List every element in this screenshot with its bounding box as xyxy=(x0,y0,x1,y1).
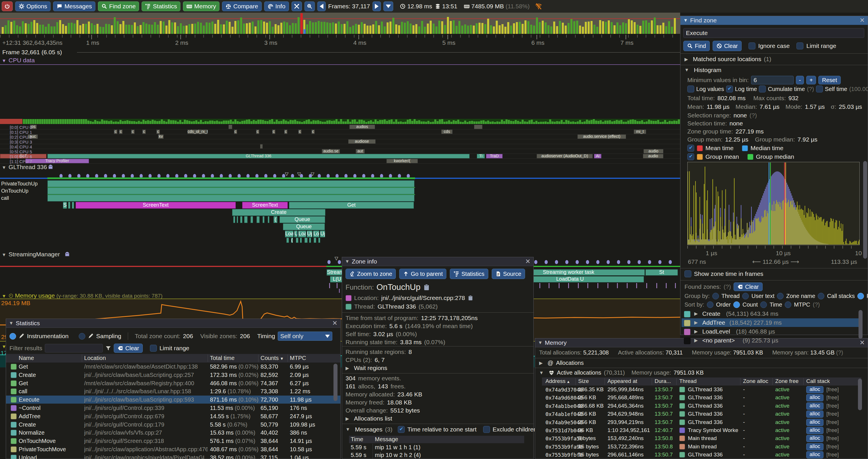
table-row[interactable]: 0x74a9d68040256 KB295,668,489ns13:50.7GL… xyxy=(542,394,861,402)
instrumentation-radio[interactable] xyxy=(9,333,16,339)
Sortby-radio-count[interactable] xyxy=(733,301,740,308)
table-row[interactable]: Get/mnt/e/claw/src/claw/base/AssetDict.h… xyxy=(6,363,340,370)
zone-bar[interactable]: cds xyxy=(441,129,453,134)
frame-bar[interactable] xyxy=(82,24,84,34)
zone-marker-icon[interactable]: ▽ xyxy=(335,256,338,261)
frame-bar[interactable] xyxy=(522,24,524,34)
frame-bar[interactable] xyxy=(209,23,211,34)
clipboard-icon[interactable] xyxy=(423,284,430,291)
Groupby-radio-parent[interactable] xyxy=(857,293,864,299)
frame-bar[interactable] xyxy=(306,24,308,34)
frame-bar[interactable] xyxy=(68,23,70,34)
zone-bar[interactable] xyxy=(268,216,270,223)
memory-table[interactable]: 0x74a9d37040186.35 KB295,999,844ns13:50.… xyxy=(542,386,861,459)
next-frame-button[interactable] xyxy=(373,1,381,11)
glthread-header[interactable]: ▼GLThread 336 xyxy=(2,164,47,170)
frame-bar[interactable] xyxy=(593,25,595,34)
filter-input[interactable] xyxy=(45,344,103,353)
find-button[interactable]: Find xyxy=(683,41,710,51)
message-dot[interactable] xyxy=(338,260,341,264)
frame-bar[interactable] xyxy=(117,21,119,34)
frame-bar[interactable] xyxy=(392,18,394,34)
zone-bar[interactable] xyxy=(233,216,235,223)
frame-bar[interactable] xyxy=(447,17,449,34)
frame-bar[interactable] xyxy=(424,27,426,34)
table-row[interactable]: Get/mnt/e/claw/src/claw/base/Registry.hp… xyxy=(6,379,340,387)
frame-bar[interactable] xyxy=(398,25,400,34)
message-row[interactable]: 5.59 smip 10 w 2 h 2 (4) xyxy=(349,452,524,459)
zone-bar[interactable]: audio.se xyxy=(322,149,340,154)
frame-bar[interactable] xyxy=(576,21,578,34)
frame-bar[interactable] xyxy=(341,24,343,34)
frame-bar[interactable] xyxy=(349,27,351,34)
messages-table[interactable]: TimeMessage5.59 smip 11 w 1 h 1 (1)5.59 … xyxy=(349,436,530,459)
column-header[interactable]: Total time xyxy=(210,355,235,361)
frame-bar[interactable] xyxy=(645,21,647,34)
find-zone-input[interactable] xyxy=(683,28,864,38)
frame-bar[interactable] xyxy=(134,22,136,34)
frame-bar[interactable] xyxy=(286,22,288,34)
zone-bar[interactable]: Strean xyxy=(327,269,343,275)
frame-bar[interactable] xyxy=(88,22,90,34)
frame-bar[interactable] xyxy=(211,22,213,34)
frame-bar[interactable] xyxy=(180,23,182,34)
tools-button[interactable] xyxy=(291,1,302,11)
frame-bar[interactable] xyxy=(421,21,423,34)
zone-bar[interactable]: cds_ol_rx_thr xyxy=(187,129,208,134)
frame-bar[interactable] xyxy=(243,24,245,34)
frame-bar[interactable] xyxy=(76,20,79,34)
frame-bar[interactable] xyxy=(662,23,664,34)
table-row[interactable]: 0x7553b9fa9016 bytes153,722,396ns13:50.8… xyxy=(542,442,861,451)
frame-bar[interactable] xyxy=(326,22,328,34)
Groupby-radio-usertext[interactable] xyxy=(742,293,749,299)
cpu-data-header[interactable]: ▼CPU data xyxy=(2,57,35,64)
zone-bar[interactable]: c xyxy=(234,129,237,134)
frame-bar[interactable] xyxy=(478,23,480,34)
frame-bar[interactable] xyxy=(467,26,469,34)
frame-bar[interactable] xyxy=(39,25,41,34)
table-row[interactable]: Createjni/../jni/src/guif/Control.cpp:17… xyxy=(6,421,340,429)
statistics-panel-title[interactable]: ▼Statistics✕ xyxy=(6,319,340,328)
table-row[interactable]: 0x74ab1ef040256 KB294,629,948ns13:50.7GL… xyxy=(542,410,861,418)
frame-bar[interactable] xyxy=(605,22,607,34)
frame-bar[interactable] xyxy=(395,24,397,34)
frame-bar[interactable] xyxy=(614,25,616,34)
self-time-checkbox[interactable] xyxy=(816,86,823,92)
power-button[interactable] xyxy=(2,1,13,11)
zone-bar[interactable]: c xyxy=(156,129,160,134)
found-zone-row[interactable]: ▶<no parent>(9) 225.73 µs xyxy=(682,336,862,345)
Groupby-radio-thread[interactable] xyxy=(712,293,719,299)
frame-bar[interactable] xyxy=(96,24,98,34)
zone-bar[interactable]: GLThread 336 xyxy=(48,154,470,159)
streaming-manager-header[interactable]: ▼StreamingManager xyxy=(2,251,60,258)
frame-bar[interactable] xyxy=(456,26,458,34)
frame-bar[interactable] xyxy=(504,27,506,34)
message-dot[interactable] xyxy=(658,260,661,264)
zone-bar[interactable]: ( xyxy=(273,216,277,223)
Groupby-radio-zonename[interactable] xyxy=(777,293,783,299)
mean-median-checkbox[interactable] xyxy=(687,145,694,152)
memory-usage-header[interactable]: ▼⏲ Memory usage (y-range: 30.88 KB, visi… xyxy=(2,292,162,299)
frame-bar[interactable] xyxy=(533,26,535,34)
frame-bar[interactable] xyxy=(33,20,35,34)
frame-bar[interactable] xyxy=(62,24,64,34)
frame-bar[interactable] xyxy=(99,27,101,34)
frame-bar[interactable] xyxy=(639,26,641,34)
frame-bar[interactable] xyxy=(111,25,113,34)
frame-bar[interactable] xyxy=(602,21,604,34)
frame-bar[interactable] xyxy=(220,24,222,34)
frame-bar[interactable] xyxy=(570,19,572,34)
frame-bar[interactable] xyxy=(5,25,7,34)
frame-bar[interactable] xyxy=(45,27,47,34)
frame-bar[interactable] xyxy=(277,25,279,34)
log-time-checkbox[interactable] xyxy=(726,86,733,92)
frame-bar[interactable] xyxy=(596,27,598,34)
zone-bar[interactable]: Queue xyxy=(279,216,325,223)
frame-bar[interactable] xyxy=(384,26,386,34)
message-dot[interactable] xyxy=(648,260,651,264)
frame-bar[interactable] xyxy=(122,21,124,34)
frame-bar[interactable] xyxy=(410,24,412,34)
zone-bar[interactable]: c xyxy=(284,129,287,134)
frame-bar[interactable] xyxy=(249,23,251,34)
frame-bar[interactable] xyxy=(56,22,58,34)
